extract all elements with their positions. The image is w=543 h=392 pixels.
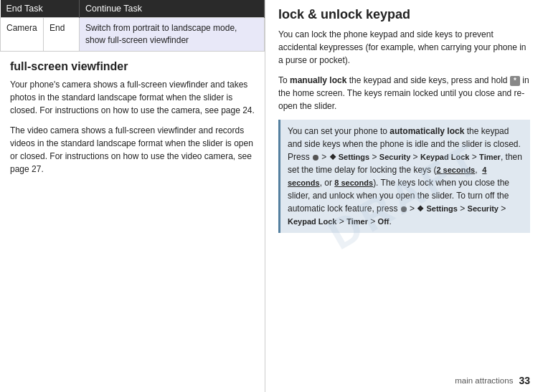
security-nav1: Security: [379, 153, 410, 161]
nav-arrow: >: [319, 152, 329, 162]
settings-nav2: ❖ Settings: [417, 204, 457, 213]
nav-dot-icon2: [401, 206, 407, 212]
left-content: full-screen viewfinder Your phone's came…: [0, 52, 265, 183]
home-key-icon: *: [510, 76, 520, 86]
task-table: End Task Continue Task Camera End Switch…: [0, 0, 265, 52]
fullscreen-para2: The video camera shows a full-screen vie…: [10, 124, 255, 176]
table-cell-description: Switch from portrait to landscape mode, …: [80, 18, 265, 52]
footer-label: main attractions: [455, 376, 513, 385]
auto-lock-block: You can set your phone to automatically …: [278, 120, 530, 233]
fullscreen-para1: Your phone's camera shows a full-screen …: [10, 78, 255, 117]
auto-lock-bold: automatically lock: [389, 126, 464, 136]
intro-text: You can lock the phone keypad and side k…: [278, 29, 527, 65]
option-8sec: 8 seconds: [334, 178, 373, 187]
left-panel: End Task Continue Task Camera End Switch…: [0, 0, 265, 392]
page-number: 33: [519, 375, 530, 386]
keypadlock-nav2: Keypad Lock: [288, 217, 336, 226]
table-cell-end: End: [44, 18, 80, 52]
end-task-header: End Task: [1, 0, 80, 18]
manually-lock-bold: manually lock: [290, 75, 346, 85]
continue-task-header: Continue Task: [80, 0, 265, 18]
table-row: Camera End Switch from portrait to lands…: [1, 18, 265, 52]
page-footer: main attractions 33: [455, 375, 530, 386]
security-nav2: Security: [468, 204, 499, 213]
table-cell-camera: Camera: [1, 18, 44, 52]
settings-nav1: ❖ Settings: [329, 153, 369, 161]
page-title: lock & unlock keypad: [278, 7, 530, 22]
option-2sec: 2 seconds: [436, 166, 475, 174]
keypadlock-nav1: Keypad Lock: [420, 153, 469, 161]
off-nav: Off: [378, 217, 389, 226]
timer-nav1: Timer: [479, 153, 501, 161]
manually-lock-para: To manually lock the keypad and side key…: [278, 74, 530, 113]
timer-nav2: Timer: [346, 217, 368, 226]
fullscreen-viewfinder-title: full-screen viewfinder: [10, 60, 255, 73]
nav-dot-icon: [313, 155, 318, 161]
right-panel: DRAFT lock & unlock keypad You can lock …: [265, 0, 543, 392]
intro-para: You can lock the phone keypad and side k…: [278, 28, 530, 67]
